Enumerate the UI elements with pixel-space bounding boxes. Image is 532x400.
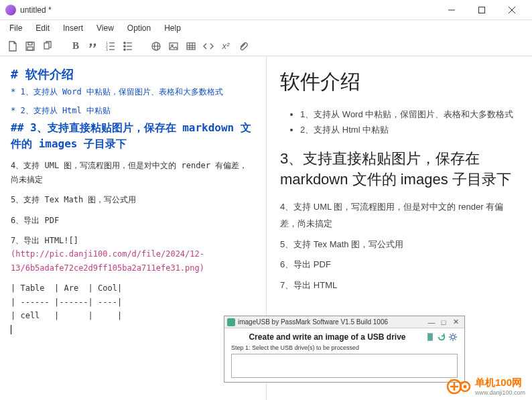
editor-line-6: 6、导出 PDF [11,214,255,227]
editor-link: (http://pic.danji100.com/d/file/2024/12-… [11,247,255,275]
app-icon [5,5,16,15]
preview-heading-2: 3、支持直接粘贴图片，保存在 markdown 文件的 images 子目录下 [280,149,519,190]
overlay-titlebar[interactable]: imageUSB by PassMark Software V1.5 Build… [224,316,464,328]
svg-point-17 [124,42,125,43]
svg-rect-23 [170,43,178,50]
code-icon[interactable] [201,39,216,54]
svg-rect-25 [187,43,195,50]
refresh-icon [437,332,446,342]
quote-icon[interactable] [86,39,101,54]
gear-icon [448,332,458,342]
menu-view[interactable]: View [90,22,121,34]
svg-rect-6 [27,47,33,50]
editor-bullet-1: * 1、支持从 Word 中粘贴，保留图片、表格和大多数格式 [11,85,255,98]
save-icon[interactable] [23,39,38,54]
new-file-icon[interactable] [5,39,20,54]
editor-bullet-2: * 2、支持从 Html 中粘贴 [11,104,255,117]
close-button[interactable] [496,1,527,19]
svg-point-19 [124,48,125,50]
editor-heading-2: ## 3、支持直接粘贴图片，保存在 markdown 文件的 images 子目… [11,120,255,152]
menu-file[interactable]: File [3,22,29,34]
ordered-list-icon[interactable]: 123 [103,39,118,54]
window-title: untitled * [20,5,436,15]
globe-icon[interactable] [149,39,163,54]
svg-rect-5 [28,42,32,45]
table-icon[interactable] [184,39,198,54]
unordered-list-icon[interactable] [121,39,135,54]
image-icon[interactable] [166,39,181,54]
editor-line-4: 4、支持 UML 图，写流程图用，但是对中文的 render 有偏差，尚未搞定 [11,159,255,186]
preview-list: 1、支持从 Word 中粘贴，保留图片、表格和大多数格式 2、支持从 Html … [280,107,519,138]
menu-insert[interactable]: Insert [56,22,90,34]
editor-heading-1: # 软件介绍 [11,64,255,85]
svg-point-18 [124,45,125,46]
editor-line-7: 7、导出 HTML![] [11,234,255,247]
menu-bar: File Edit Insert View Option Help [0,20,532,36]
menu-help[interactable]: Help [157,22,188,34]
overlay-step-text: Step 1: Select the USB drive(s) to be pr… [231,344,458,351]
editor-line-5: 5、支持 Tex Math 图，写公式用 [11,193,255,206]
preview-list-item: 1、支持从 Word 中粘贴，保留图片、表格和大多数格式 [300,107,519,122]
svg-rect-30 [428,334,433,341]
overlay-close-icon[interactable]: ✕ [450,318,462,326]
copy-icon[interactable] [40,39,55,54]
overlay-drive-list[interactable] [231,354,458,378]
preview-paragraph: 6、导出 PDF [280,257,519,273]
overlay-maximize-icon[interactable]: □ [438,318,450,326]
watermark: 单机100网 www.danji100.com [447,377,525,396]
overlay-heading: Create and write an image of a USB drive [231,332,423,342]
svg-rect-1 [478,7,484,13]
toolbar: B 123 x² [0,36,532,56]
watermark-brand: 单机100网 [475,377,525,389]
overlay-app-icon [227,318,235,326]
minimize-button[interactable] [436,1,466,19]
bold-icon[interactable]: B [68,39,83,54]
overlay-minimize-icon[interactable]: — [425,318,438,326]
menu-edit[interactable]: Edit [29,22,56,34]
editor-table: | Table | Are | Cool| | ------ |------| … [11,281,255,322]
preview-list-item: 2、支持从 Html 中粘贴 [300,122,519,137]
window-titlebar: untitled * [0,0,532,20]
svg-point-31 [451,335,454,338]
overlay-title: imageUSB by PassMark Software V1.5 Build… [238,318,425,326]
svg-text:3: 3 [106,48,108,52]
overlay-window[interactable]: imageUSB by PassMark Software V1.5 Build… [224,316,465,383]
watermark-logo-icon [447,377,471,396]
preview-paragraph: 4、支持 UML 图，写流程图用，但是对中文的 render 有偏差，尚未搞定 [280,199,519,232]
text-cursor [11,325,11,334]
preview-paragraph: 5、支持 Tex Math 图，写公式用 [280,237,519,253]
math-icon[interactable]: x² [218,39,233,54]
preview-paragraph: 7、导出 HTML [280,277,519,294]
attach-icon[interactable] [236,39,251,54]
svg-rect-7 [44,43,49,49]
preview-heading-1: 软件介绍 [280,68,519,96]
maximize-button[interactable] [466,1,496,19]
usb-icon [425,332,435,342]
watermark-url: www.danji100.com [475,389,525,396]
menu-option[interactable]: Option [121,22,157,34]
svg-point-36 [463,385,466,388]
